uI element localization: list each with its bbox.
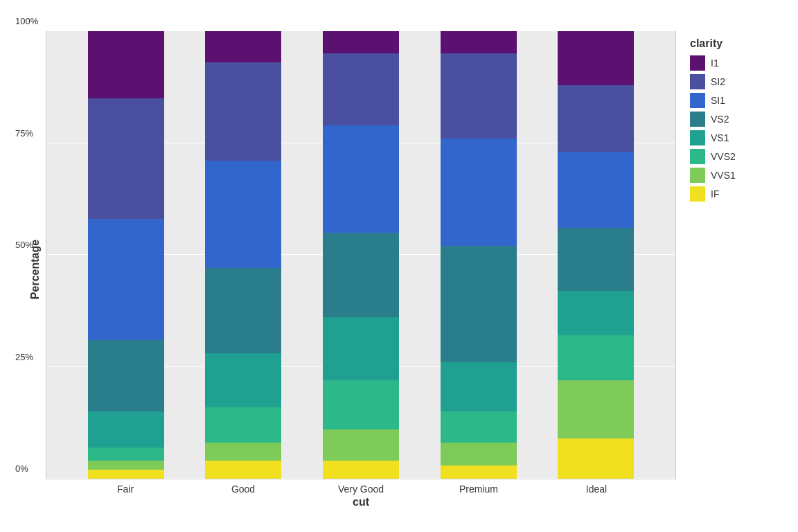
bar-segment-si2 [205,62,281,161]
grid-and-bars: 100%75%50%25%0% [46,30,676,479]
bar-segment-vvs2 [205,407,281,443]
legend-label: I1 [711,57,719,69]
bar-segment-vvs2 [323,380,399,429]
bar-segment-vvs1 [441,443,517,465]
legend-label: VVS1 [711,170,736,181]
x-axis: FairGoodVery GoodPremiumIdeal [46,479,676,495]
plot-area: Percentage 100%75%50%25%0% FairGoodVery … [25,30,676,508]
x-tick-label: Ideal [558,484,635,495]
legend-swatch [690,130,705,145]
legend-item: I1 [690,55,759,71]
x-tick-label: Very Good [323,484,399,495]
bar-segment-i1 [205,31,281,62]
chart-container: Percentage 100%75%50%25%0% FairGoodVery … [18,17,780,515]
legend-swatch [690,186,705,202]
legend-label: VS2 [711,114,729,125]
bar-segment-vs2 [88,340,164,411]
x-tick-label: Fair [87,484,163,495]
bar-group [441,31,517,479]
bar-segment-if [558,438,634,479]
legend-label: VS1 [711,132,729,143]
legend-item: SI2 [690,74,759,89]
y-tick-label: 25% [15,351,33,362]
bar-segment-si2 [441,53,517,139]
bar-segment-if [441,466,517,479]
legend-swatch [690,74,705,89]
bar-group [88,31,164,479]
bar-segment-if [323,461,399,479]
y-tick-label: 50% [15,240,33,250]
bar-segment-vvs1 [323,429,399,461]
bar-segment-vs2 [558,228,634,290]
bar-group [558,31,634,479]
bar-segment-si1 [323,125,399,233]
legend-swatch [690,93,705,108]
bar-segment-vs2 [323,233,399,318]
legend: clarityI1SI2SI1VS2VS1VVS2VVS1IF [676,30,773,212]
bar-group [323,31,399,479]
legend-label: VVS2 [711,151,736,162]
bar-segment-i1 [441,31,517,53]
legend-item: IF [690,186,759,202]
bar-segment-i1 [88,31,164,98]
legend-swatch [690,112,705,127]
bar-segment-si1 [205,161,281,268]
bar-segment-if [205,461,281,479]
legend-item: SI1 [690,93,759,108]
bar-segment-vvs1 [88,461,164,470]
legend-swatch [690,55,705,71]
legend-swatch [690,168,705,183]
bar-segment-si1 [88,219,164,339]
bar-segment-si1 [558,152,634,228]
bar-segment-vvs2 [558,335,634,380]
bar-group [205,31,281,479]
bar-segment-i1 [558,31,634,85]
bar-segment-if [88,470,164,479]
bar-segment-si2 [323,53,399,125]
bar-segment-vs1 [88,411,164,447]
legend-label: SI1 [711,95,725,106]
legend-item: VS1 [690,130,759,145]
x-tick-label: Premium [441,484,517,495]
y-axis-label: Percentage [25,30,46,508]
x-axis-title: cut [46,496,676,508]
plot-and-x: 100%75%50%25%0% FairGoodVery GoodPremium… [46,30,676,508]
bar-segment-vvs1 [558,380,634,438]
bars-wrapper [46,31,675,479]
legend-label: SI2 [711,76,725,87]
bar-segment-vs1 [323,317,399,380]
bar-segment-vvs2 [88,447,164,461]
bar-segment-vvs1 [205,443,281,461]
legend-item: VVS2 [690,149,759,164]
legend-item: VS2 [690,112,759,127]
legend-label: IF [711,188,719,200]
legend-swatch [690,149,705,164]
bar-segment-si2 [558,85,634,152]
y-tick-label: 0% [15,463,28,474]
y-tick-label: 75% [15,127,33,138]
x-tick-label: Good [205,484,281,495]
bar-segment-vs1 [558,291,634,336]
bar-segment-vs1 [441,362,517,411]
bar-segment-si1 [441,139,517,246]
bar-segment-vvs2 [441,411,517,443]
bar-segment-i1 [323,31,399,53]
bar-segment-vs2 [205,268,281,353]
legend-item: VVS1 [690,168,759,183]
y-tick-label: 100% [15,16,38,26]
bar-segment-vs1 [205,353,281,407]
bar-segment-vs2 [441,246,517,362]
bar-segment-si2 [88,98,164,219]
legend-title: clarity [690,37,759,50]
